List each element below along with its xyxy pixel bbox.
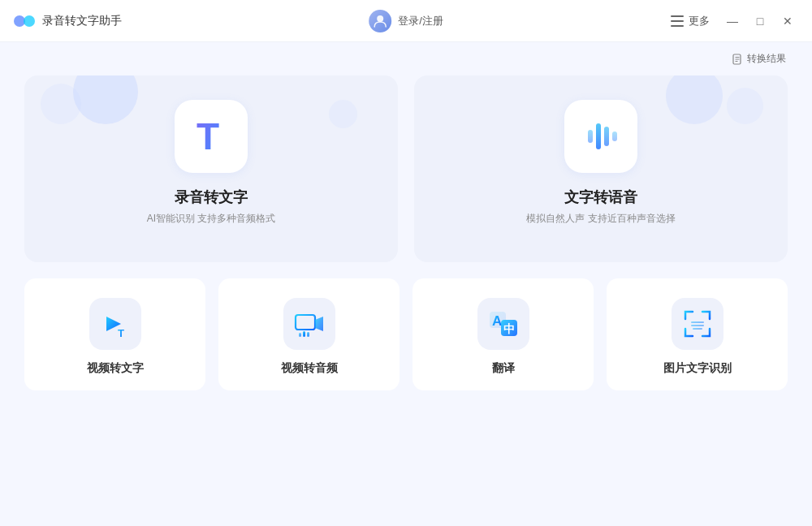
svg-rect-11 [612,132,617,141]
image-ocr-title: 图片文字识别 [663,361,732,376]
more-label: 更多 [689,14,710,28]
text-to-speech-icon [580,115,622,157]
svg-rect-15 [303,331,305,337]
top-feature-cards: T 录音转文字 AI智能识别 支持多种音频格式 [24,75,788,262]
deco [666,75,723,124]
svg-point-1 [24,15,35,27]
menu-icon [669,14,685,28]
login-label: 登录/注册 [398,14,443,28]
main-content: T 录音转文字 AI智能识别 支持多种音频格式 [0,75,812,407]
video-to-audio-icon-container [283,298,335,350]
maximize-button[interactable]: □ [749,10,771,32]
svg-rect-23 [693,328,702,330]
video-to-text-title: 视频转文字 [87,361,144,376]
window-controls: 更多 — □ ✕ [663,10,799,32]
svg-rect-13 [296,315,315,330]
login-button[interactable]: 登录/注册 [369,10,443,32]
convert-result-label: 转换结果 [747,52,786,66]
minimize-button[interactable]: — [721,10,744,32]
video-to-audio-card[interactable]: 视频转音频 [218,278,400,390]
translate-icon: A 中 [488,308,519,339]
svg-rect-14 [299,333,301,337]
svg-rect-9 [596,123,601,149]
svg-text:中: 中 [503,322,515,335]
convert-result-button[interactable]: 转换结果 [725,49,793,69]
audio-to-text-card[interactable]: T 录音转文字 AI智能识别 支持多种音频格式 [24,75,398,262]
video-to-audio-title: 视频转音频 [281,361,338,376]
titlebar: 录音转文字助手 登录/注册 更多 — □ ✕ [0,0,812,42]
translate-card[interactable]: A 中 翻译 [412,278,594,390]
close-button[interactable]: ✕ [776,10,799,32]
svg-point-2 [377,15,383,22]
svg-text:T: T [118,327,124,339]
audio-to-text-desc: AI智能识别 支持多种音频格式 [147,212,276,226]
text-to-speech-title: 文字转语音 [564,188,637,207]
toolbar: 转换结果 [0,42,812,75]
image-ocr-card[interactable]: 图片文字识别 [607,278,788,390]
deco [73,75,138,124]
document-icon [732,54,743,65]
app-title: 录音转文字助手 [42,14,122,28]
text-to-speech-desc: 模拟自然人声 支持近百种声音选择 [526,212,675,226]
svg-text:A: A [492,313,502,329]
svg-rect-22 [691,325,704,326]
video-to-audio-icon [294,308,325,339]
svg-rect-8 [588,130,593,143]
image-ocr-icon-container [672,298,723,350]
deco [41,84,81,124]
bottom-feature-cards: T 视频转文字 [24,278,788,390]
translate-icon-container: A 中 [477,298,529,350]
text-to-speech-icon-container [564,100,637,173]
svg-point-0 [14,15,25,27]
audio-to-text-icon-container: T [175,100,248,173]
svg-rect-21 [691,321,704,323]
more-menu-button[interactable]: 更多 [663,11,716,32]
deco [727,88,763,124]
translate-title: 翻译 [492,361,515,376]
image-ocr-icon [682,308,713,339]
audio-to-text-icon: T [190,115,232,157]
svg-text:T: T [197,115,219,157]
svg-rect-10 [604,127,609,146]
audio-to-text-title: 录音转文字 [175,188,248,207]
app-logo [13,10,36,32]
deco [329,100,357,128]
svg-rect-16 [307,332,309,337]
text-to-speech-card[interactable]: 文字转语音 模拟自然人声 支持近百种声音选择 [414,75,788,262]
video-to-text-card[interactable]: T 视频转文字 [24,278,205,390]
video-to-text-icon: T [100,308,131,339]
video-to-text-icon-container: T [89,298,141,350]
avatar-icon [369,10,391,32]
